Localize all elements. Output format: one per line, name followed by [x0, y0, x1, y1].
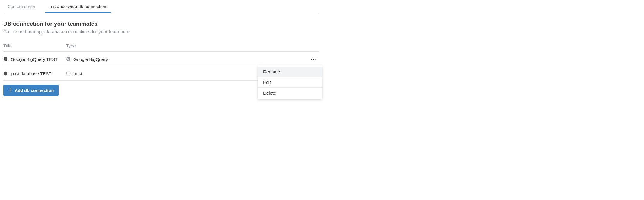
- svg-rect-8: [67, 72, 70, 76]
- page-subtitle: Create and manage database connections f…: [3, 29, 319, 34]
- page-title: DB connection for your teammates: [3, 21, 319, 27]
- svg-point-6: [315, 59, 315, 60]
- col-header-type: Type: [66, 41, 301, 52]
- database-icon: [3, 71, 8, 76]
- col-header-title: Title: [3, 41, 66, 52]
- plus-icon: [8, 88, 12, 93]
- row-actions-button[interactable]: [310, 56, 316, 62]
- row-title: Google BigQuery TEST: [11, 57, 58, 62]
- svg-point-4: [311, 59, 312, 60]
- svg-point-5: [313, 59, 314, 60]
- menu-item-delete[interactable]: Delete: [258, 88, 322, 98]
- database-icon: [3, 57, 8, 61]
- add-db-connection-button[interactable]: Add db connection: [3, 85, 59, 96]
- svg-point-0: [4, 57, 7, 59]
- menu-item-rename[interactable]: Rename: [258, 67, 322, 77]
- svg-marker-1: [66, 57, 71, 61]
- row-context-menu: Rename Edit Delete: [258, 65, 322, 99]
- svg-point-7: [4, 71, 7, 73]
- generic-db-icon: [66, 71, 71, 76]
- tabs: Custom driver Instance wide db connectio…: [3, 0, 319, 13]
- row-title: post database TEST: [11, 71, 51, 76]
- bigquery-icon: [66, 57, 71, 61]
- row-type: Google BigQuery: [73, 57, 108, 62]
- add-button-label: Add db connection: [15, 88, 54, 93]
- row-type: post: [73, 71, 82, 76]
- tab-custom-driver[interactable]: Custom driver: [3, 0, 39, 13]
- menu-item-edit[interactable]: Edit: [258, 77, 322, 87]
- table-row: Google BigQuery TEST Google BigQuery: [3, 52, 319, 67]
- tab-instance-wide-db-connection[interactable]: Instance wide db connection: [45, 0, 110, 13]
